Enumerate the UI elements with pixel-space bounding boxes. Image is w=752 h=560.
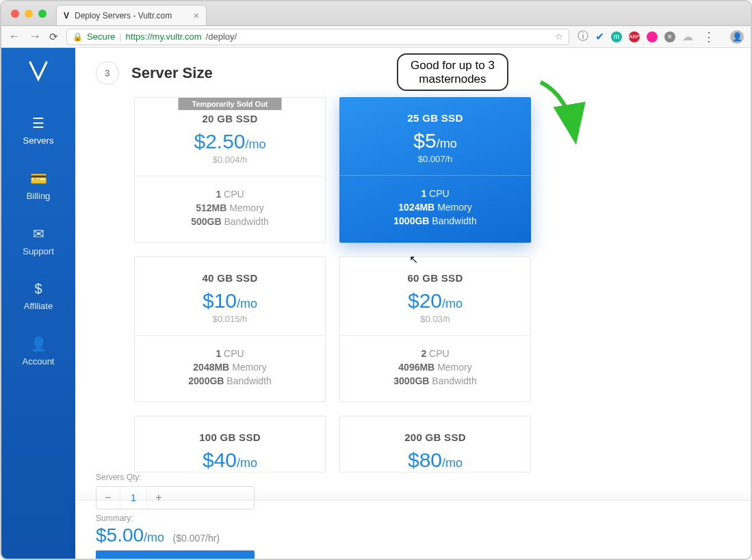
extension-icons: ⓘ ✔ m ABP ≡ ☁ ⋮	[578, 29, 718, 44]
quantity-stepper: − 1 +	[96, 486, 255, 509]
plan-hourly: $0.007/h	[346, 154, 524, 164]
plan-memory: 4096MB Memory	[347, 362, 523, 373]
profile-avatar-icon[interactable]: 👤	[730, 30, 744, 44]
window-maximize-button[interactable]	[38, 10, 47, 18]
plan-cpu: 1 CPU	[346, 188, 524, 199]
window-controls	[11, 10, 47, 18]
plan-hourly: $0.004/h	[142, 155, 318, 165]
plan-bandwidth: 500GB Bandwidth	[142, 216, 318, 227]
plan-hourly: $0.03/h	[347, 314, 523, 324]
sidebar-item-billing[interactable]: 💳 Billing	[1, 158, 75, 213]
mouse-cursor-icon: ↖	[409, 253, 418, 266]
qty-decrement-button[interactable]: −	[96, 487, 120, 509]
plan-memory: 1024MB Memory	[346, 202, 524, 213]
sidebar: ☰ Servers 💳 Billing ✉ Support $ Affiliat…	[1, 48, 75, 559]
qty-label: Servers Qty:	[96, 472, 255, 482]
plan-storage: 60 GB SSD	[347, 272, 523, 284]
plan-storage: 100 GB SSD	[142, 431, 318, 443]
plan-price: $20/mo	[347, 289, 523, 312]
info-icon[interactable]: ⓘ	[578, 29, 588, 44]
deploy-now-button[interactable]: Deploy Now	[96, 550, 255, 561]
bookmark-star-icon[interactable]: ☆	[555, 31, 563, 42]
plan-bandwidth: 2000GB Bandwidth	[142, 375, 318, 386]
plan-card-60gb[interactable]: 60 GB SSD $20/mo $0.03/h 2 CPU 4096MB Me…	[339, 256, 531, 402]
sidebar-item-label: Affiliate	[24, 301, 53, 311]
lock-icon: 🔒	[73, 32, 83, 42]
annotation-arrow-icon	[534, 75, 595, 150]
plan-storage: 25 GB SSD	[346, 112, 524, 124]
nav-forward-icon[interactable]: →	[29, 29, 41, 44]
plan-card-20gb[interactable]: Temporarily Sold Out 20 GB SSD $2.50/mo …	[134, 97, 326, 243]
plan-hourly: $0.015/h	[142, 314, 318, 324]
plan-storage: 20 GB SSD	[142, 113, 318, 124]
plan-cpu: 1 CPU	[142, 189, 318, 200]
plan-price: $10/mo	[142, 289, 318, 312]
soldout-badge: Temporarily Sold Out	[178, 98, 281, 110]
tab-close-icon[interactable]: ×	[194, 10, 199, 21]
plan-price: $40/mo	[142, 449, 318, 472]
sidebar-item-affiliate[interactable]: $ Affiliate	[1, 269, 75, 323]
sidebar-item-servers[interactable]: ☰ Servers	[1, 103, 75, 158]
browser-tab[interactable]: V Deploy Servers - Vultr.com ×	[56, 5, 207, 25]
extension-icon[interactable]	[647, 31, 658, 42]
window-minimize-button[interactable]	[25, 10, 33, 18]
vultr-logo[interactable]	[28, 60, 49, 89]
deploy-footer: Servers Qty: − 1 + Summary: $5.00/mo ($0…	[75, 500, 751, 559]
servers-icon: ☰	[32, 115, 44, 131]
plan-cpu: 2 CPU	[347, 348, 523, 359]
sidebar-item-account[interactable]: 👤 Account	[1, 323, 75, 379]
plan-card-25gb[interactable]: 25 GB SSD $5/mo $0.007/h 1 CPU 1024MB Me…	[339, 97, 531, 243]
extension-icon[interactable]: ABP	[629, 31, 640, 42]
sidebar-item-label: Support	[23, 246, 54, 256]
window-close-button[interactable]	[11, 10, 19, 18]
plan-card-200gb[interactable]: 200 GB SSD $80/mo	[339, 416, 531, 472]
step-badge: 3	[96, 62, 119, 85]
tab-favicon: V	[64, 11, 69, 21]
sidebar-item-label: Account	[23, 356, 55, 366]
summary-price-row: $5.00/mo ($0.007/hr)	[96, 524, 255, 546]
dollar-icon: $	[34, 281, 42, 297]
address-bar: ← → ⟳ 🔒 Secure | https://my.vultr.com/de…	[1, 26, 751, 48]
url-path: /deploy/	[206, 31, 237, 42]
plan-card-100gb[interactable]: 100 GB SSD $40/mo	[134, 416, 326, 472]
extension-icon[interactable]: ≡	[664, 31, 675, 42]
plan-memory: 512MB Memory	[142, 202, 318, 213]
extension-icon[interactable]: ☁	[682, 30, 693, 43]
sidebar-item-label: Servers	[23, 135, 54, 146]
plan-memory: 2048MB Memory	[142, 362, 318, 373]
browser-tab-bar: V Deploy Servers - Vultr.com ×	[1, 1, 751, 26]
sidebar-item-support[interactable]: ✉ Support	[1, 213, 75, 269]
plan-price: $80/mo	[347, 449, 523, 472]
tab-title: Deploy Servers - Vultr.com	[75, 11, 172, 21]
plan-storage: 200 GB SSD	[347, 431, 523, 443]
summary-label: Summary:	[96, 514, 255, 523]
plan-bandwidth: 3000GB Bandwidth	[347, 375, 523, 386]
plan-card-40gb[interactable]: 40 GB SSD $10/mo $0.015/h 1 CPU 2048MB M…	[134, 256, 326, 402]
sidebar-item-label: Billing	[27, 191, 51, 201]
browser-menu-icon[interactable]: ⋮	[700, 29, 718, 44]
qty-value: 1	[120, 487, 147, 509]
qty-increment-button[interactable]: +	[147, 487, 170, 509]
plan-cpu: 1 CPU	[142, 348, 318, 359]
extension-icon[interactable]: ✔	[595, 30, 604, 43]
url-host: https://my.vultr.com	[126, 31, 202, 42]
person-icon: 👤	[30, 336, 47, 352]
annotation-callout: Good for up to 3 masternodes	[397, 53, 508, 91]
plan-bandwidth: 1000GB Bandwidth	[346, 215, 524, 226]
mail-icon: ✉	[33, 226, 44, 242]
credit-card-icon: 💳	[30, 170, 47, 187]
plan-price: $2.50/mo	[142, 130, 318, 153]
secure-label: Secure	[87, 31, 115, 42]
plan-storage: 40 GB SSD	[142, 272, 318, 284]
plan-price: $5/mo	[346, 129, 524, 152]
url-input[interactable]: 🔒 Secure | https://my.vultr.com/deploy/ …	[66, 29, 569, 45]
section-title: Server Size	[131, 64, 213, 82]
extension-icon[interactable]: m	[611, 31, 622, 42]
nav-back-icon[interactable]: ←	[8, 29, 21, 44]
reload-icon[interactable]: ⟳	[49, 31, 58, 43]
